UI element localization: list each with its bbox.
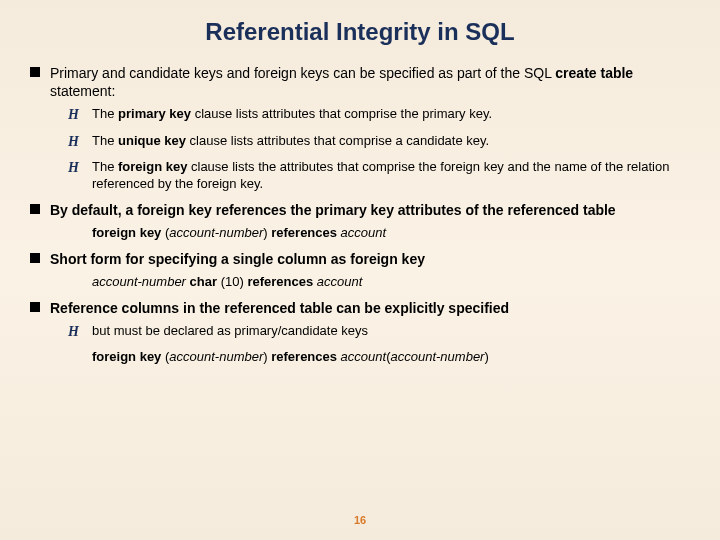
- text: ): [484, 349, 488, 364]
- text-bold: foreign key: [92, 349, 165, 364]
- script-bullet-icon: H: [68, 323, 82, 341]
- text-bold: foreign key: [118, 159, 187, 174]
- bullet-4-text: Reference columns in the referenced tabl…: [50, 299, 509, 317]
- text: clause lists attributes that comprise a …: [186, 133, 489, 148]
- bullet-1a: H The primary key clause lists attribute…: [68, 106, 690, 124]
- text: Primary and candidate keys and foreign k…: [50, 65, 555, 81]
- bullet-3-text: Short form for specifying a single colum…: [50, 250, 425, 268]
- text-italic: account-number: [169, 349, 263, 364]
- bullet-4a: H but must be declared as primary/candid…: [68, 323, 690, 341]
- text-bold: references: [247, 274, 316, 289]
- script-bullet-icon: H: [68, 106, 82, 124]
- square-bullet-icon: [30, 302, 40, 312]
- bullet-2-code: foreign key (account-number) references …: [92, 225, 690, 242]
- text-italic: account: [341, 349, 387, 364]
- script-bullet-icon: H: [68, 133, 82, 151]
- slide-content: Referential Integrity in SQL Primary and…: [0, 0, 720, 366]
- text-italic: account-number: [391, 349, 485, 364]
- bullet-4-code: foreign key (account-number) references …: [92, 349, 690, 366]
- text: statement:: [50, 83, 115, 99]
- text: clause lists attributes that comprise th…: [191, 106, 492, 121]
- text: (10): [221, 274, 248, 289]
- square-bullet-icon: [30, 67, 40, 77]
- text-italic: account-number: [92, 274, 186, 289]
- text-bold: By default, a foreign key references the…: [50, 202, 616, 218]
- script-bullet-icon: H: [68, 159, 82, 177]
- bullet-1a-text: The primary key clause lists attributes …: [92, 106, 492, 123]
- text-italic: account: [317, 274, 363, 289]
- bullet-1: Primary and candidate keys and foreign k…: [30, 64, 690, 100]
- text: The: [92, 133, 118, 148]
- square-bullet-icon: [30, 253, 40, 263]
- text-bold: primary key: [118, 106, 191, 121]
- text-bold: foreign key: [92, 225, 165, 240]
- text-bold: char: [186, 274, 221, 289]
- text-italic: account: [341, 225, 387, 240]
- bullet-4a-text: but must be declared as primary/candidat…: [92, 323, 368, 340]
- square-bullet-icon: [30, 204, 40, 214]
- slide-title: Referential Integrity in SQL: [30, 18, 690, 46]
- text-bold: references: [271, 349, 340, 364]
- bullet-1-text: Primary and candidate keys and foreign k…: [50, 64, 690, 100]
- text: The: [92, 159, 118, 174]
- bullet-2: By default, a foreign key references the…: [30, 201, 690, 219]
- text-bold: Reference columns in the referenced tabl…: [50, 300, 509, 316]
- bullet-2-text: By default, a foreign key references the…: [50, 201, 616, 219]
- text-bold: create table: [555, 65, 633, 81]
- bullet-4: Reference columns in the referenced tabl…: [30, 299, 690, 317]
- bullet-1b-text: The unique key clause lists attributes t…: [92, 133, 489, 150]
- text: The: [92, 106, 118, 121]
- bullet-1b: H The unique key clause lists attributes…: [68, 133, 690, 151]
- bullet-3: Short form for specifying a single colum…: [30, 250, 690, 268]
- bullet-1c-text: The foreign key clause lists the attribu…: [92, 159, 690, 193]
- page-number: 16: [0, 514, 720, 526]
- text-bold: Short form for specifying a single colum…: [50, 251, 425, 267]
- text-italic: account-number: [169, 225, 263, 240]
- bullet-1c: H The foreign key clause lists the attri…: [68, 159, 690, 193]
- bullet-3-code: account-number char (10) references acco…: [92, 274, 690, 291]
- text-bold: unique key: [118, 133, 186, 148]
- text-bold: references: [271, 225, 340, 240]
